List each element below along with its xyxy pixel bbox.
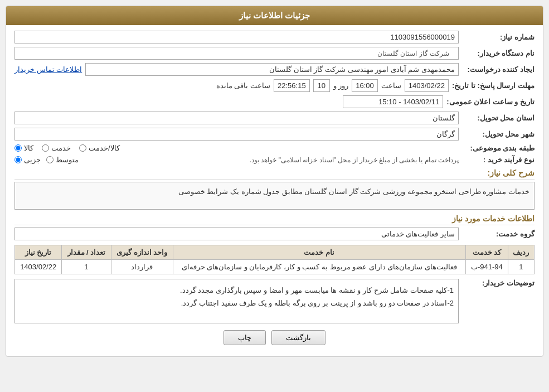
deadline-days-label: روز و [333,81,349,90]
creator-contact-link[interactable]: اطلاعات تماس خریدار [14,65,82,74]
cell-row: 1 [508,260,534,274]
category-label-kala: کالا [24,144,33,152]
process-radio-minor[interactable] [14,156,22,163]
buyer-note-line: 1-کلیه صفحات شامل شرح کار و نقشه ها میاب… [20,284,454,297]
category-radio-group: کالا/خدمت خدمت کالا [14,144,459,152]
announce-value: 1403/02/11 - 15:10 [343,95,443,108]
service-group-label: گروه خدمت: [462,230,535,238]
process-label: نوع فرآیند خرید : [462,156,535,164]
deadline-label: مهلت ارسال پاسخ: تا تاریخ: [452,81,535,90]
category-option-khedmat[interactable]: خدمت [42,144,71,152]
category-option-kala[interactable]: کالا [14,144,33,152]
back-button[interactable]: بازگشت [271,330,325,345]
category-label-kala-khedmat: کالا/خدمت [89,144,120,152]
page-title: جزئیات اطلاعات نیاز [6,6,543,25]
col-row: ردیف [508,245,534,260]
category-radio-kala[interactable] [14,144,22,152]
table-row: 1941-94-بفعالیت‌های سازمان‌های دارای عضو… [15,260,535,274]
print-button[interactable]: چاپ [224,330,266,345]
buyer-note-line: 2-اسناد در صفحات دو رو باشد و از پرینت ب… [20,297,454,309]
deadline-remaining-label: ساعت باقی مانده [216,81,270,90]
col-unit: واحد اندازه گیری [111,245,173,260]
buyer-notes-value: 1-کلیه صفحات شامل شرح کار و نقشه ها میاب… [14,279,459,323]
col-date: تاریخ نیاز [15,245,62,260]
creator-label: ایجاد کننده درخواست: [462,65,535,74]
province-label: استان محل تحویل: [462,114,535,122]
deadline-remaining: 22:56:15 [274,79,310,92]
process-option-medium[interactable]: متوسط [46,156,79,164]
action-buttons: بازگشت چاپ [14,330,535,351]
request-number-label: شماره نیاز: [462,33,535,41]
col-name: نام خدمت [173,245,465,260]
cell-code: 941-94-ب [465,260,508,274]
description-value: خدمات مشاوره طراحی استخرو مجموعه ورزشی ش… [14,182,535,210]
buyer-org-label: نام دستگاه خریدار: [462,49,535,57]
city-label: شهر محل تحویل: [462,130,535,138]
buyer-notes-label: توضیحات خریدار: [462,279,535,287]
col-code: کد خدمت [465,245,508,260]
deadline-time: 16:00 [352,79,378,92]
description-section-title: شرح کلی نیاز: [14,168,535,180]
category-option-kala-khedmat[interactable]: کالا/خدمت [79,144,120,152]
deadline-time-label: ساعت [381,81,401,90]
cell-name: فعالیت‌های سازمان‌های دارای عضو مربوط به… [173,260,465,274]
cell-unit: قرارداد [111,260,173,274]
city-value: گرگان [14,128,459,141]
services-table: ردیف کد خدمت نام خدمت واحد اندازه گیری ت… [14,245,535,274]
category-radio-khedmat[interactable] [42,144,49,152]
service-group-value: سایر فعالیت‌های خدماتی [14,228,459,240]
buyer-org-value: شرکت گاز استان گلستان [14,47,459,60]
process-label-minor: جزیی [24,156,41,164]
process-note: پرداخت تمام یا بخشی از مبلغ خریدار از مح… [88,156,459,164]
creator-value: محمدمهدی شم آبادی امور مهندسی شرکت گاز ا… [85,63,459,76]
buyer-org-sub: شرکت گاز استان گلستان [377,50,449,57]
process-label-medium: متوسط [56,156,79,164]
process-option-minor[interactable]: جزیی [14,156,41,164]
province-value: گلستان [14,112,459,124]
process-radio-medium[interactable] [46,156,54,163]
deadline-days: 10 [313,79,330,92]
deadline-date: 1403/02/22 [405,79,449,92]
services-section-title: اطلاعات خدمات مورد نیاز [14,214,535,225]
col-qty: تعداد / مقدار [62,245,111,260]
request-number-value: 1103091556000019 [14,31,459,43]
cell-qty: 1 [62,260,111,274]
announce-label: تاریخ و ساعت اعلان عمومی: [446,98,535,106]
cell-date: 1403/02/22 [15,260,62,274]
category-label: طبقه بندی موضوعی: [462,144,535,152]
category-label-khedmat: خدمت [51,144,71,152]
category-radio-kala-khedmat[interactable] [79,144,86,152]
